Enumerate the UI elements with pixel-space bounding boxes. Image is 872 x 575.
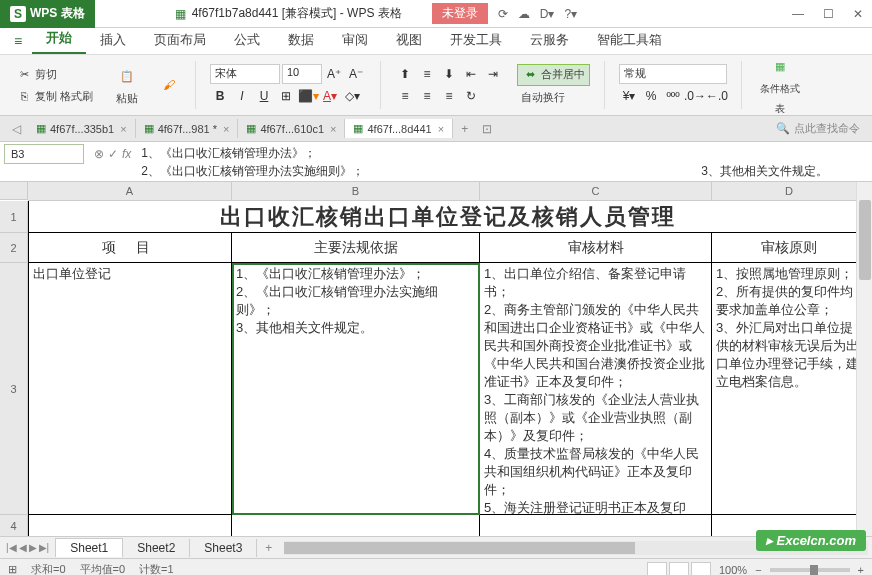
italic-button[interactable]: I (232, 86, 252, 106)
select-all-corner[interactable] (0, 182, 28, 200)
table-style-button[interactable]: 表 (756, 100, 804, 118)
close-icon[interactable]: × (330, 123, 336, 135)
cells-area[interactable]: 出口收汇核销出口单位登记及核销人员管理 项 目 主要法规依据 审核材料 审核原则… (28, 201, 867, 536)
add-sheet-button[interactable]: + (257, 541, 280, 555)
sheet-tab-3[interactable]: Sheet3 (190, 539, 257, 557)
tab-insert[interactable]: 插入 (86, 26, 140, 54)
cancel-formula-icon[interactable]: ⊗ (94, 147, 104, 161)
cloud-icon[interactable]: ☁ (518, 7, 530, 21)
merge-center-button[interactable]: ⬌ 合并居中 (517, 64, 590, 86)
overflow-icon[interactable]: ⊡ (476, 122, 498, 136)
col-header-A[interactable]: A (28, 182, 232, 201)
status-menu-icon[interactable]: ⊞ (8, 563, 17, 575)
doc-tab-2[interactable]: ▦ 4f67f...610c1 × (238, 119, 345, 138)
number-format-select[interactable]: 常规 (619, 64, 727, 84)
add-tab-button[interactable]: + (453, 122, 476, 136)
align-left-button[interactable]: ≡ (395, 86, 415, 106)
cell-B3[interactable]: 1、《出口收汇核销管理办法》； 2、《出口收汇核销管理办法实施细则》； 3、其他… (232, 263, 480, 515)
cut-button[interactable]: ✂剪切 (12, 64, 97, 84)
doc-tab-3[interactable]: ▦ 4f67f...8d441 × (345, 119, 453, 138)
cell-C2[interactable]: 审核材料 (480, 233, 712, 263)
align-center-button[interactable]: ≡ (417, 86, 437, 106)
zoom-slider[interactable] (770, 568, 850, 572)
row-header-3[interactable]: 3 (0, 263, 28, 515)
conditional-format-button[interactable]: ▦ 条件格式 (756, 53, 804, 98)
close-icon[interactable]: × (438, 123, 444, 135)
col-header-D[interactable]: D (712, 182, 867, 201)
decrease-decimal-button[interactable]: ←.0 (707, 86, 727, 106)
sheet-last-icon[interactable]: ▶| (39, 542, 50, 553)
indent-increase-button[interactable]: ⇥ (483, 64, 503, 84)
col-header-C[interactable]: C (480, 182, 712, 201)
sheet-tab-1[interactable]: Sheet1 (55, 538, 123, 557)
doc-tab-1[interactable]: ▦ 4f67f...981 * × (136, 119, 239, 138)
indent-decrease-button[interactable]: ⇤ (461, 64, 481, 84)
border-button[interactable]: ⊞ (276, 86, 296, 106)
command-search[interactable]: 🔍 点此查找命令 (776, 121, 868, 136)
cell-title[interactable]: 出口收汇核销出口单位登记及核销人员管理 (28, 201, 867, 233)
vertical-scrollbar[interactable] (856, 182, 872, 536)
align-right-button[interactable]: ≡ (439, 86, 459, 106)
tab-cloud[interactable]: 云服务 (516, 26, 583, 54)
comma-button[interactable]: ººº (663, 86, 683, 106)
row-header-4[interactable]: 4 (0, 515, 28, 536)
tab-smart-tools[interactable]: 智能工具箱 (583, 26, 676, 54)
close-icon[interactable]: × (120, 123, 126, 135)
tab-start[interactable]: 开始 (32, 24, 86, 54)
row-header-2[interactable]: 2 (0, 233, 28, 263)
doc-tab-0[interactable]: ▦ 4f67f...335b1 × (28, 119, 136, 138)
cell-A2[interactable]: 项 目 (28, 233, 232, 263)
back-button[interactable]: ◁ (4, 122, 28, 136)
vertical-scroll-thumb[interactable] (859, 200, 871, 280)
view-normal-button[interactable] (647, 562, 667, 576)
row-header-1[interactable]: 1 (0, 201, 28, 233)
login-status[interactable]: 未登录 (432, 3, 488, 24)
bold-button[interactable]: B (210, 86, 230, 106)
align-middle-button[interactable]: ≡ (417, 64, 437, 84)
maximize-button[interactable]: ☐ (814, 4, 842, 24)
cell-A4[interactable] (28, 515, 232, 536)
cell-C4[interactable] (480, 515, 712, 536)
tab-developer[interactable]: 开发工具 (436, 26, 516, 54)
fx-icon[interactable]: fx (122, 147, 131, 161)
zoom-out-button[interactable]: − (755, 564, 761, 576)
help-icon[interactable]: ?▾ (564, 7, 577, 21)
name-box[interactable]: B3 (4, 144, 84, 164)
close-button[interactable]: ✕ (844, 4, 872, 24)
view-page-button[interactable] (669, 562, 689, 576)
options-icon[interactable]: D▾ (540, 7, 555, 21)
font-size-select[interactable]: 10 (282, 64, 322, 84)
tab-view[interactable]: 视图 (382, 26, 436, 54)
cell-D2[interactable]: 审核原则 (712, 233, 867, 263)
align-top-button[interactable]: ⬆ (395, 64, 415, 84)
fill-color-button[interactable]: ⬛▾ (298, 86, 318, 106)
zoom-value[interactable]: 100% (719, 564, 747, 576)
format-painter-icon[interactable]: 🖌 (157, 73, 181, 97)
font-color-button[interactable]: A▾ (320, 86, 340, 106)
sheet-prev-icon[interactable]: ◀ (19, 542, 27, 553)
increase-font-button[interactable]: A⁺ (324, 64, 344, 84)
cell-C3[interactable]: 1、出口单位介绍信、备案登记申请书； 2、商务主管部门颁发的《中华人民共和国进出… (480, 263, 712, 515)
view-break-button[interactable] (691, 562, 711, 576)
percent-button[interactable]: % (641, 86, 661, 106)
currency-button[interactable]: ¥▾ (619, 86, 639, 106)
clear-format-button[interactable]: ◇▾ (342, 86, 362, 106)
decrease-font-button[interactable]: A⁻ (346, 64, 366, 84)
file-menu-icon[interactable]: ≡ (4, 28, 32, 54)
auto-wrap-button[interactable]: 自动换行 (517, 88, 590, 107)
cell-A3[interactable]: 出口单位登记 (28, 263, 232, 515)
col-header-B[interactable]: B (232, 182, 480, 201)
horizontal-scroll-thumb[interactable] (284, 542, 634, 554)
increase-decimal-button[interactable]: .0→ (685, 86, 705, 106)
tab-data[interactable]: 数据 (274, 26, 328, 54)
sync-icon[interactable]: ⟳ (498, 7, 508, 21)
align-bottom-button[interactable]: ⬇ (439, 64, 459, 84)
paste-button[interactable]: 📋 粘贴 (111, 62, 143, 108)
cell-B2[interactable]: 主要法规依据 (232, 233, 480, 263)
minimize-button[interactable]: — (784, 4, 812, 24)
tab-review[interactable]: 审阅 (328, 26, 382, 54)
accept-formula-icon[interactable]: ✓ (108, 147, 118, 161)
underline-button[interactable]: U (254, 86, 274, 106)
sheet-tab-2[interactable]: Sheet2 (123, 539, 190, 557)
sheet-next-icon[interactable]: ▶ (29, 542, 37, 553)
